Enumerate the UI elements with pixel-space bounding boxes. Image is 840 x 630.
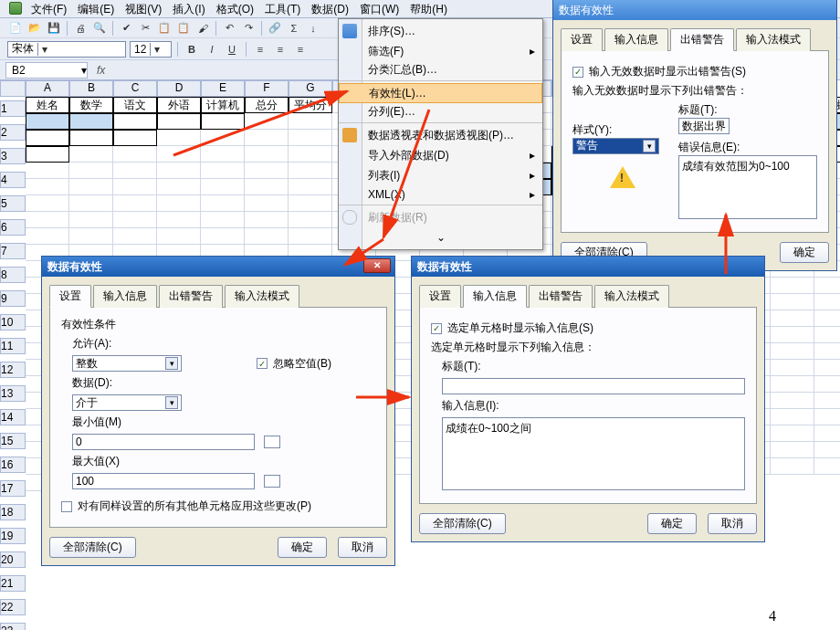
- fx-icon[interactable]: fx: [97, 64, 105, 77]
- spell-icon[interactable]: ✔: [118, 20, 134, 37]
- show-input-checkbox[interactable]: ✓: [431, 323, 442, 334]
- tab-settings[interactable]: 设置: [49, 285, 91, 308]
- col-header[interactable]: G: [289, 80, 332, 97]
- open-icon[interactable]: 📂: [26, 20, 43, 37]
- col-header[interactable]: D: [157, 80, 201, 97]
- row-header[interactable]: 15: [0, 433, 26, 449]
- row-header[interactable]: 13: [0, 385, 26, 402]
- row-header[interactable]: 1: [0, 100, 26, 117]
- cell[interactable]: 外语: [157, 97, 201, 113]
- sum-icon[interactable]: Σ: [286, 20, 302, 37]
- apply-all-checkbox[interactable]: [61, 501, 72, 512]
- menu-item-sort[interactable]: 排序(S)…: [339, 21, 542, 41]
- cell[interactable]: [814, 442, 840, 458]
- tab-input-message[interactable]: 输入信息: [604, 28, 668, 51]
- cell[interactable]: [113, 146, 157, 163]
- cell[interactable]: [814, 310, 840, 327]
- col-header[interactable]: F: [245, 80, 289, 97]
- range-select-icon[interactable]: [264, 436, 280, 448]
- menu-item-subtotal[interactable]: 分类汇总(B)…: [339, 61, 542, 81]
- cell[interactable]: 平均分: [289, 97, 332, 113]
- menu-help[interactable]: 帮助(H): [404, 0, 453, 17]
- tab-error-alert[interactable]: 出错警告: [529, 285, 593, 308]
- cell[interactable]: 姓名: [26, 97, 69, 113]
- cell[interactable]: [814, 360, 840, 376]
- cell[interactable]: [245, 195, 289, 212]
- align-left-icon[interactable]: ≡: [252, 41, 268, 58]
- col-header[interactable]: B: [69, 80, 113, 97]
- cell[interactable]: [289, 212, 332, 228]
- cell[interactable]: [26, 228, 69, 245]
- tab-ime[interactable]: 输入法模式: [225, 285, 299, 308]
- menu-item-filter[interactable]: 筛选(F)▸: [339, 41, 542, 61]
- cell[interactable]: [69, 179, 113, 195]
- menu-file[interactable]: 文件(F): [26, 0, 72, 17]
- cell[interactable]: 数学: [69, 97, 113, 113]
- row-header[interactable]: 3: [0, 148, 26, 164]
- cell[interactable]: [201, 163, 245, 179]
- row-header[interactable]: 6: [0, 219, 26, 236]
- cell[interactable]: [26, 163, 69, 179]
- menu-data[interactable]: 数据(D): [306, 0, 354, 17]
- cell[interactable]: [814, 327, 840, 343]
- row-header[interactable]: 4: [0, 172, 26, 188]
- cell[interactable]: [771, 327, 814, 343]
- cell[interactable]: [245, 113, 289, 130]
- cell[interactable]: 总分: [245, 97, 289, 113]
- cell[interactable]: [201, 130, 245, 146]
- cell[interactable]: [814, 425, 840, 442]
- menu-item-validation[interactable]: 有效性(L)…: [339, 83, 542, 103]
- menu-item-xml[interactable]: XML(X)▸: [339, 185, 542, 205]
- tab-error-alert[interactable]: 出错警告: [159, 285, 223, 308]
- menu-view[interactable]: 视图(V): [120, 0, 167, 17]
- cell[interactable]: [289, 179, 332, 195]
- cell[interactable]: [201, 113, 245, 130]
- row-header[interactable]: 8: [0, 267, 26, 283]
- cell[interactable]: [771, 409, 814, 425]
- cell[interactable]: 计算机: [201, 97, 245, 113]
- cell[interactable]: [814, 376, 840, 393]
- max-input[interactable]: 100: [72, 473, 255, 489]
- cancel-button[interactable]: 取消: [338, 537, 387, 558]
- select-all-corner[interactable]: [0, 80, 26, 97]
- ok-button[interactable]: 确定: [647, 513, 697, 534]
- clear-all-button[interactable]: 全部清除(C): [49, 537, 136, 558]
- cell[interactable]: [814, 343, 840, 360]
- dialog-titlebar[interactable]: 数据有效性✕: [42, 257, 394, 277]
- cancel-button[interactable]: 取消: [708, 513, 757, 534]
- preview-icon[interactable]: 🔍: [91, 20, 108, 37]
- error-msg-input[interactable]: 成绩有效范围为0~100: [678, 155, 817, 219]
- menu-insert[interactable]: 插入(I): [167, 0, 210, 17]
- cell[interactable]: [157, 163, 201, 179]
- menu-item-pivot[interactable]: 数据透视表和数据透视图(P)…: [339, 125, 542, 145]
- ok-button[interactable]: 确定: [780, 242, 829, 263]
- bold-icon[interactable]: B: [184, 41, 200, 58]
- row-header[interactable]: 23: [0, 623, 26, 630]
- menu-edit[interactable]: 编辑(E): [72, 0, 120, 17]
- row-header[interactable]: 12: [0, 362, 26, 378]
- cell[interactable]: [26, 195, 69, 212]
- font-size-combo[interactable]: 12 ▾: [130, 41, 172, 58]
- cell[interactable]: [26, 212, 69, 228]
- cell[interactable]: [26, 130, 69, 146]
- cell[interactable]: [69, 163, 113, 179]
- min-input[interactable]: 0: [72, 434, 255, 450]
- cell[interactable]: [289, 228, 332, 245]
- menu-format[interactable]: 格式(O): [211, 0, 259, 17]
- cell[interactable]: [771, 278, 814, 294]
- cell[interactable]: [69, 195, 113, 212]
- cut-icon[interactable]: ✂: [137, 20, 153, 37]
- allow-dropdown[interactable]: 整数▾: [72, 355, 182, 372]
- menu-item-import[interactable]: 导入外部数据(D)▸: [339, 145, 542, 165]
- tab-error-alert[interactable]: 出错警告: [670, 28, 734, 51]
- tab-input-message[interactable]: 输入信息: [93, 285, 157, 308]
- row-header[interactable]: 7: [0, 243, 26, 259]
- italic-icon[interactable]: I: [204, 41, 220, 58]
- cell[interactable]: [289, 130, 332, 146]
- cell[interactable]: [157, 212, 201, 228]
- undo-icon[interactable]: ↶: [221, 20, 237, 37]
- cell[interactable]: [201, 212, 245, 228]
- col-header[interactable]: C: [113, 80, 157, 97]
- row-header[interactable]: 20: [0, 551, 26, 568]
- cell[interactable]: [157, 113, 201, 130]
